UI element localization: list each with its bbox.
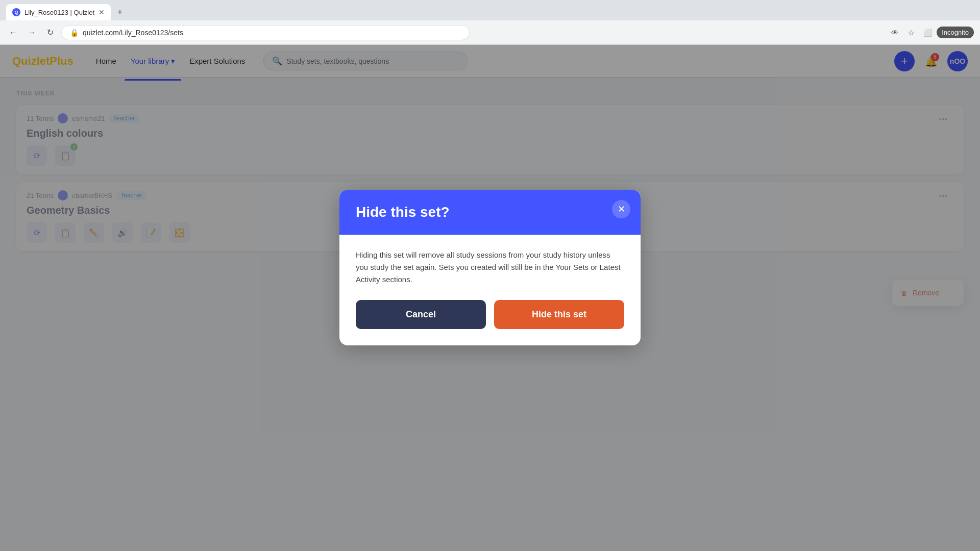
- modal-close-button[interactable]: ✕: [612, 200, 630, 218]
- close-icon: ✕: [618, 204, 625, 215]
- back-button[interactable]: ←: [6, 26, 20, 40]
- modal-header: Hide this set?: [339, 190, 641, 235]
- modal-actions: Cancel Hide this set: [356, 300, 624, 329]
- cancel-button[interactable]: Cancel: [356, 300, 486, 329]
- forward-button[interactable]: →: [24, 26, 39, 40]
- modal-overlay: Hide this set? ✕ Hiding this set will re…: [0, 45, 980, 551]
- refresh-button[interactable]: ↻: [43, 26, 57, 40]
- bookmark-icon[interactable]: ☆: [904, 26, 918, 40]
- modal-title: Hide this set?: [356, 204, 624, 220]
- hide-set-button[interactable]: Hide this set: [494, 300, 624, 329]
- security-icon: 🔒: [70, 29, 79, 37]
- tab-favicon: Q: [12, 8, 20, 16]
- tab-close-button[interactable]: ✕: [99, 8, 105, 16]
- address-bar[interactable]: 🔒 quizlet.com/Lily_Rose0123/sets: [61, 25, 470, 40]
- browser-tab[interactable]: Q Lily_Rose0123 | Quizlet ✕: [6, 4, 111, 20]
- eye-off-icon: 👁: [888, 26, 902, 40]
- tab-title: Lily_Rose0123 | Quizlet: [24, 9, 94, 16]
- modal-description: Hiding this set will remove all study se…: [356, 249, 624, 286]
- modal-body: Hiding this set will remove all study se…: [339, 235, 641, 345]
- extensions-icon[interactable]: ⬜: [920, 26, 935, 40]
- incognito-button[interactable]: Incognito: [937, 27, 974, 38]
- hide-set-modal: Hide this set? ✕ Hiding this set will re…: [339, 190, 641, 345]
- address-text: quizlet.com/Lily_Rose0123/sets: [83, 29, 183, 37]
- new-tab-button[interactable]: +: [113, 5, 127, 19]
